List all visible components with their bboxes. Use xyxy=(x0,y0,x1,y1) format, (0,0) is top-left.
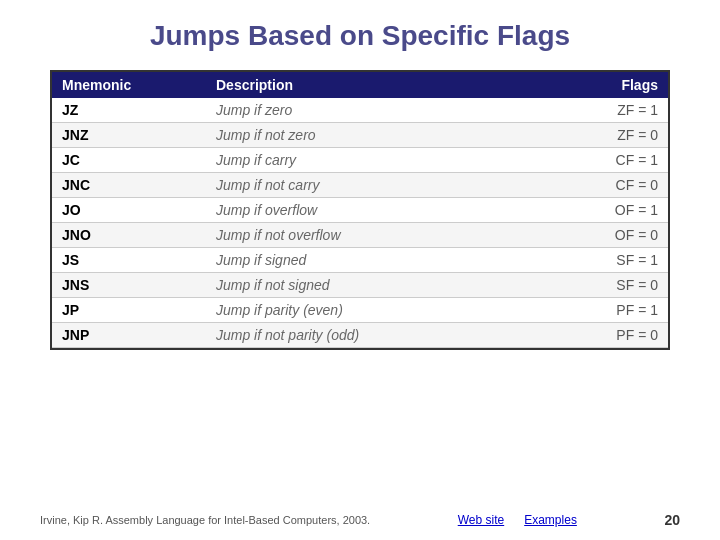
cell-description: Jump if signed xyxy=(206,248,514,273)
table-row: JPJump if parity (even)PF = 1 xyxy=(52,298,668,323)
cell-mnemonic: JNS xyxy=(52,273,206,298)
examples-link[interactable]: Examples xyxy=(524,513,577,527)
header-mnemonic: Mnemonic xyxy=(52,72,206,98)
table-row: JNPJump if not parity (odd)PF = 0 xyxy=(52,323,668,348)
slide-title: Jumps Based on Specific Flags xyxy=(150,20,570,52)
header-description: Description xyxy=(206,72,514,98)
cell-description: Jump if not parity (odd) xyxy=(206,323,514,348)
cell-flags: SF = 1 xyxy=(514,248,668,273)
cell-mnemonic: JS xyxy=(52,248,206,273)
table-header-row: Mnemonic Description Flags xyxy=(52,72,668,98)
cell-flags: SF = 0 xyxy=(514,273,668,298)
cell-flags: PF = 1 xyxy=(514,298,668,323)
cell-mnemonic: JZ xyxy=(52,98,206,123)
cell-description: Jump if not overflow xyxy=(206,223,514,248)
cell-flags: CF = 1 xyxy=(514,148,668,173)
cell-description: Jump if carry xyxy=(206,148,514,173)
cell-description: Jump if not zero xyxy=(206,123,514,148)
table-row: JNZJump if not zeroZF = 0 xyxy=(52,123,668,148)
cell-description: Jump if zero xyxy=(206,98,514,123)
table-container: Mnemonic Description Flags JZJump if zer… xyxy=(50,70,670,350)
table-row: JCJump if carryCF = 1 xyxy=(52,148,668,173)
slide-footer: Irvine, Kip R. Assembly Language for Int… xyxy=(40,512,680,528)
footer-links: Web site Examples xyxy=(458,513,577,527)
cell-mnemonic: JNZ xyxy=(52,123,206,148)
cell-mnemonic: JNO xyxy=(52,223,206,248)
table-row: JSJump if signedSF = 1 xyxy=(52,248,668,273)
cell-mnemonic: JNC xyxy=(52,173,206,198)
cell-flags: PF = 0 xyxy=(514,323,668,348)
cell-description: Jump if parity (even) xyxy=(206,298,514,323)
cell-mnemonic: JP xyxy=(52,298,206,323)
header-flags: Flags xyxy=(514,72,668,98)
cell-description: Jump if overflow xyxy=(206,198,514,223)
cell-mnemonic: JNP xyxy=(52,323,206,348)
table-row: JNOJump if not overflowOF = 0 xyxy=(52,223,668,248)
website-link[interactable]: Web site xyxy=(458,513,504,527)
table-row: JNCJump if not carryCF = 0 xyxy=(52,173,668,198)
table-row: JNSJump if not signedSF = 0 xyxy=(52,273,668,298)
page-number: 20 xyxy=(664,512,680,528)
cell-mnemonic: JO xyxy=(52,198,206,223)
jumps-table: Mnemonic Description Flags JZJump if zer… xyxy=(52,72,668,348)
citation-text: Irvine, Kip R. Assembly Language for Int… xyxy=(40,514,370,526)
table-row: JOJump if overflowOF = 1 xyxy=(52,198,668,223)
cell-flags: ZF = 0 xyxy=(514,123,668,148)
cell-description: Jump if not signed xyxy=(206,273,514,298)
cell-flags: CF = 0 xyxy=(514,173,668,198)
cell-flags: OF = 1 xyxy=(514,198,668,223)
slide: Jumps Based on Specific Flags Mnemonic D… xyxy=(0,0,720,540)
cell-flags: ZF = 1 xyxy=(514,98,668,123)
cell-mnemonic: JC xyxy=(52,148,206,173)
cell-description: Jump if not carry xyxy=(206,173,514,198)
table-row: JZJump if zeroZF = 1 xyxy=(52,98,668,123)
cell-flags: OF = 0 xyxy=(514,223,668,248)
